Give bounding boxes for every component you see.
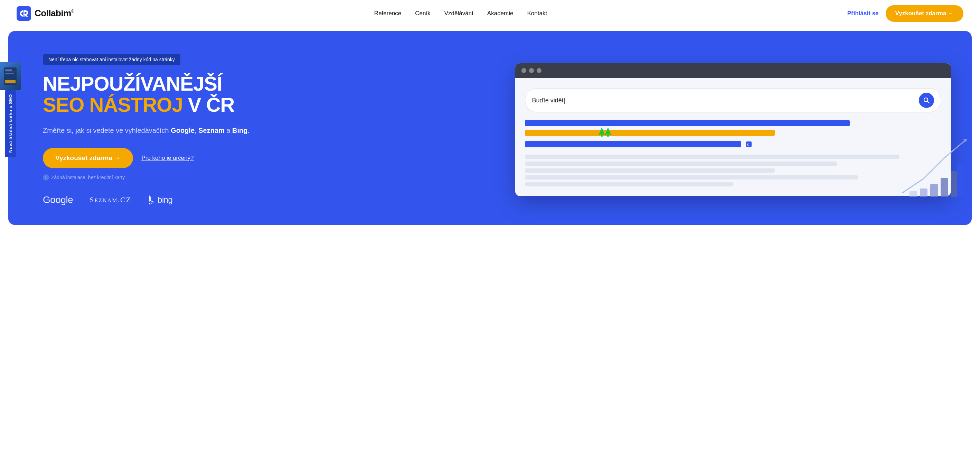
browser-dot-1: [522, 68, 526, 73]
nav-item-akademie[interactable]: Akademie: [487, 10, 514, 17]
book-thumbnail: [3, 67, 17, 86]
side-tab[interactable]: Nová tištěná kniha o SEO: [0, 62, 21, 157]
gray-lines: [525, 155, 941, 187]
browser-bar: [515, 63, 951, 78]
navbar-actions: Přihlásit se Vyzkoušet zdarma →: [847, 5, 963, 22]
google-partner-logo: Google: [43, 195, 73, 206]
nav-item-cenik[interactable]: Ceník: [415, 10, 430, 17]
seznam-partner-logo: SEZNAM.CZ: [89, 195, 131, 204]
side-tab-label[interactable]: Nová tištěná kniha o SEO: [5, 90, 16, 157]
nav-menu: Reference Ceník Vzdělávání Akademie Kont…: [374, 10, 547, 17]
hero-partners: Google SEZNAM.CZ bing: [43, 195, 497, 206]
logo-icon: [17, 6, 31, 21]
hero-left: Není třeba nic stahovat ani instalovat ž…: [43, 54, 497, 206]
svg-rect-14: [920, 188, 928, 197]
trial-button-hero[interactable]: Vyzkoušet zdarma →: [43, 148, 133, 168]
svg-rect-3: [5, 72, 15, 72]
hero-desc: Změřte si, jak si vedete ve vyhledávačíc…: [43, 125, 497, 136]
nav-item-reference[interactable]: Reference: [374, 10, 401, 17]
hero-note: i Žádná instalace, bez kreditní karty: [43, 174, 497, 180]
svg-rect-18: [957, 164, 965, 197]
result-row-2: [525, 130, 941, 136]
who-is-it-for-link[interactable]: Pro koho je určený?: [142, 155, 194, 161]
side-tab-image: [0, 62, 21, 90]
growth-chart: [899, 137, 968, 199]
nav-item-kontakt[interactable]: Kontakt: [527, 10, 547, 17]
login-button[interactable]: Přihlásit se: [847, 10, 879, 17]
svg-rect-13: [910, 191, 917, 197]
gray-line-2: [525, 161, 837, 166]
hero-title: NEJPOUŽÍVANĚJŠÍ SEO NÁSTROJ V ČR: [43, 73, 497, 115]
svg-text:c: c: [747, 142, 749, 146]
browser-mockup: Buďte vidět|: [515, 63, 951, 196]
logo-link[interactable]: Collabim®: [17, 6, 74, 21]
browser-dot-2: [529, 68, 534, 73]
result-row-1: [525, 120, 941, 126]
hero-actions: Vyzkoušet zdarma → Pro koho je určený?: [43, 148, 497, 168]
hero-section: Není třeba nic stahovat ani instalovat ž…: [8, 31, 972, 225]
hero-badge: Není třeba nic stahovat ani instalovat ž…: [43, 54, 180, 65]
collabim-icon: c: [744, 139, 754, 149]
hero-right: Buďte vidět|: [515, 63, 951, 196]
svg-rect-16: [940, 178, 948, 197]
browser-body: Buďte vidět|: [515, 78, 951, 196]
search-text: Buďte vidět|: [532, 97, 915, 104]
svg-rect-4: [5, 73, 14, 74]
gray-line-5: [525, 182, 733, 187]
result-bar-blue-long: [525, 120, 850, 126]
svg-line-7: [928, 101, 929, 103]
result-bar-blue-short: [525, 141, 741, 147]
result-bar-orange: [525, 130, 775, 136]
gray-line-1: [525, 155, 900, 159]
result-row-3: c: [525, 139, 941, 149]
browser-dot-3: [537, 68, 541, 73]
gray-line-3: [525, 168, 775, 172]
results-area: c: [525, 120, 941, 149]
svg-rect-5: [5, 80, 16, 83]
svg-rect-2: [5, 70, 12, 70]
gray-line-4: [525, 175, 858, 180]
svg-rect-15: [930, 184, 938, 197]
search-row: Buďte vidět|: [525, 88, 941, 112]
bing-partner-logo: bing: [148, 195, 172, 205]
nav-item-vzdelavani[interactable]: Vzdělávání: [444, 10, 473, 17]
search-button[interactable]: [919, 93, 934, 108]
navbar: Collabim® Reference Ceník Vzdělávání Aka…: [0, 0, 980, 27]
trial-button-nav[interactable]: Vyzkoušet zdarma →: [886, 5, 963, 22]
chart-overlay: [899, 137, 968, 199]
logo-text: Collabim®: [35, 8, 74, 19]
info-icon: i: [43, 174, 49, 180]
